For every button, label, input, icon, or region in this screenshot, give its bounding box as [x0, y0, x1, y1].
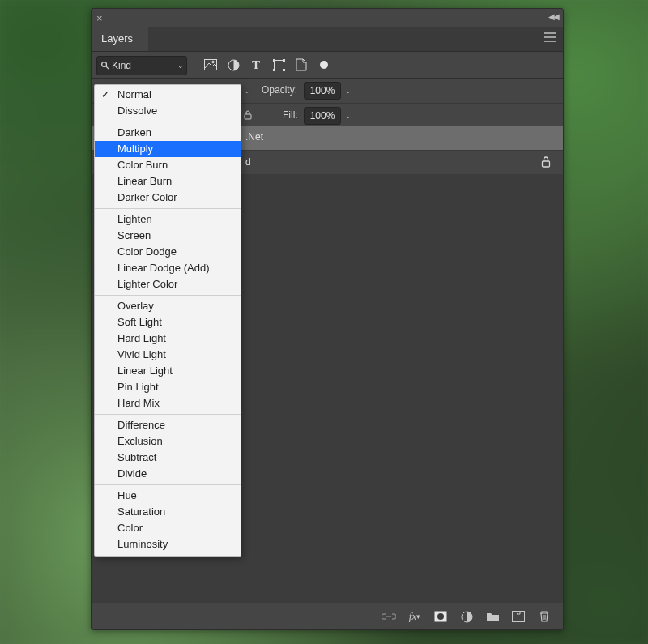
- blend-mode-item[interactable]: Color Dodge: [95, 244, 241, 260]
- fx-icon[interactable]: fx▾: [407, 609, 422, 624]
- opacity-value[interactable]: 100%: [304, 82, 341, 100]
- opacity-label: Opacity:: [262, 84, 297, 96]
- blend-mode-item[interactable]: Color: [95, 520, 241, 536]
- blend-mode-item[interactable]: Darken: [95, 125, 241, 141]
- filter-row: Kind ⌄ T: [92, 52, 563, 79]
- lock-icon[interactable]: [242, 109, 254, 124]
- new-layer-icon[interactable]: [511, 609, 526, 624]
- menu-separator: [95, 208, 241, 209]
- mask-icon[interactable]: [433, 609, 448, 624]
- menu-separator: [95, 414, 241, 415]
- blend-mode-item[interactable]: Linear Light: [95, 363, 241, 379]
- blend-mode-item[interactable]: Pin Light: [95, 379, 241, 395]
- blend-mode-item[interactable]: Hard Mix: [95, 395, 241, 412]
- kind-filter-label: Kind: [112, 60, 175, 71]
- chevron-down-icon: ⌄: [175, 62, 186, 70]
- menu-separator: [95, 122, 241, 122]
- search-icon: [97, 61, 112, 71]
- blend-mode-item[interactable]: Linear Dodge (Add): [95, 260, 241, 276]
- svg-point-3: [101, 62, 106, 66]
- chevron-down-icon[interactable]: ⌄: [342, 108, 355, 124]
- filter-smart-icon[interactable]: [294, 58, 309, 72]
- blend-mode-item[interactable]: Saturation: [95, 504, 241, 520]
- filter-shape-icon[interactable]: [271, 58, 286, 72]
- svg-point-13: [320, 61, 328, 69]
- svg-point-17: [437, 613, 444, 620]
- blend-mode-item[interactable]: Vivid Light: [95, 347, 241, 363]
- chevron-down-icon[interactable]: ⌄: [342, 83, 355, 99]
- lock-icon: [540, 156, 552, 171]
- blend-mode-item[interactable]: Multiply: [95, 141, 241, 157]
- svg-rect-9: [273, 59, 275, 62]
- filter-icons: T: [203, 55, 331, 75]
- filter-type-icon[interactable]: T: [249, 58, 263, 72]
- blend-mode-item[interactable]: Overlay: [95, 298, 241, 314]
- blend-mode-item[interactable]: Soft Light: [95, 314, 241, 331]
- menu-separator: [95, 484, 241, 485]
- blend-mode-item[interactable]: Hue: [95, 488, 241, 504]
- blend-mode-item[interactable]: Hard Light: [95, 331, 241, 347]
- svg-rect-14: [245, 114, 251, 119]
- blend-mode-item[interactable]: Difference: [95, 417, 241, 433]
- layer-name: d: [245, 156, 539, 168]
- filter-artboard-dot-icon[interactable]: [317, 58, 331, 72]
- tab-layers[interactable]: Layers: [92, 27, 143, 51]
- filter-adjustment-icon[interactable]: [226, 58, 241, 72]
- panel-footer: fx▾: [92, 603, 563, 629]
- trash-icon[interactable]: [537, 609, 552, 624]
- blend-mode-menu[interactable]: NormalDissolveDarkenMultiplyColor BurnLi…: [94, 84, 241, 557]
- fill-label: Fill:: [283, 109, 298, 121]
- group-icon[interactable]: [485, 609, 500, 624]
- blend-mode-item[interactable]: Dissolve: [95, 103, 241, 119]
- blend-mode-item[interactable]: Subtract: [95, 450, 241, 466]
- chevron-down-icon[interactable]: ⌄: [241, 83, 254, 99]
- close-icon[interactable]: ×: [96, 12, 103, 24]
- blend-mode-item[interactable]: Lighter Color: [95, 276, 241, 292]
- blend-mode-item[interactable]: Screen: [95, 228, 241, 244]
- adjustment-icon[interactable]: [459, 609, 474, 624]
- blend-mode-item[interactable]: Luminosity: [95, 536, 241, 552]
- blend-mode-item[interactable]: Exclusion: [95, 433, 241, 450]
- svg-point-6: [212, 61, 215, 63]
- filter-image-icon[interactable]: [203, 58, 218, 72]
- svg-rect-15: [543, 161, 550, 167]
- collapse-icon[interactable]: ◀◀: [548, 12, 558, 21]
- svg-rect-12: [283, 69, 285, 71]
- svg-rect-10: [283, 59, 285, 62]
- blend-mode-item[interactable]: Lighten: [95, 211, 241, 228]
- blend-mode-item[interactable]: Linear Burn: [95, 173, 241, 190]
- panel-tabs: Layers: [92, 27, 563, 52]
- layer-name: .Net: [245, 131, 539, 143]
- blend-mode-item[interactable]: Normal: [95, 87, 241, 103]
- svg-rect-11: [273, 69, 275, 71]
- blend-mode-item[interactable]: Color Burn: [95, 157, 241, 173]
- link-icon[interactable]: [382, 609, 396, 624]
- svg-rect-8: [274, 60, 284, 70]
- panel-menu-icon[interactable]: [544, 32, 556, 43]
- panel-titlebar: × ◀◀: [92, 9, 563, 27]
- menu-separator: [95, 295, 241, 296]
- fill-value[interactable]: 100%: [304, 107, 341, 125]
- svg-line-4: [105, 66, 108, 68]
- kind-filter-select[interactable]: Kind ⌄: [96, 56, 187, 75]
- blend-mode-item[interactable]: Divide: [95, 466, 241, 482]
- blend-mode-item[interactable]: Darker Color: [95, 190, 241, 206]
